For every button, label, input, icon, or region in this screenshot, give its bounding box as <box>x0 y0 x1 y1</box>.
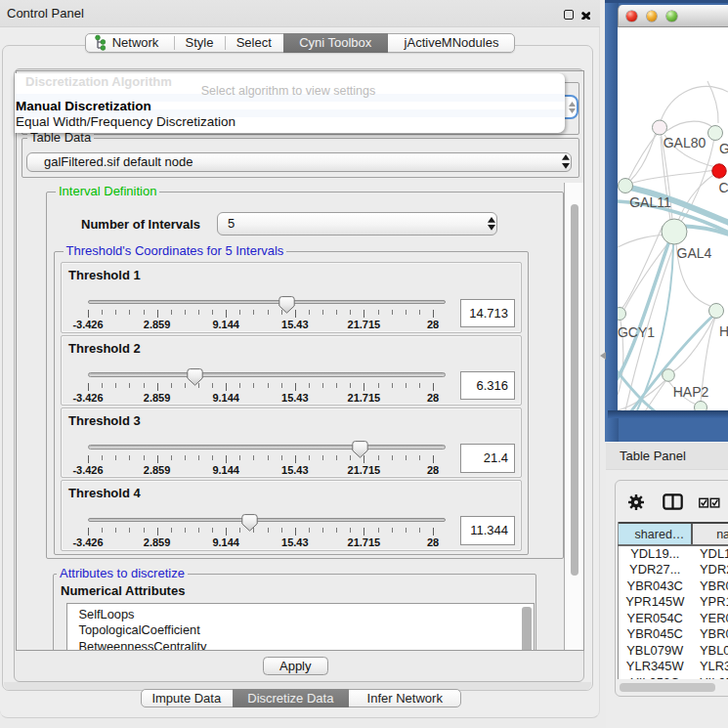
svg-text:CD: CD <box>719 180 728 195</box>
svg-text:GAL4: GAL4 <box>677 245 712 261</box>
svg-text:GAL80: GAL80 <box>664 135 707 150</box>
svg-text:HIS4: HIS4 <box>719 323 728 339</box>
svg-text:HAP2: HAP2 <box>673 384 709 400</box>
svg-text:GCY1: GCY1 <box>618 324 655 340</box>
svg-text:GAL1: GAL1 <box>719 141 728 156</box>
svg-text:GAL11: GAL11 <box>629 194 671 210</box>
